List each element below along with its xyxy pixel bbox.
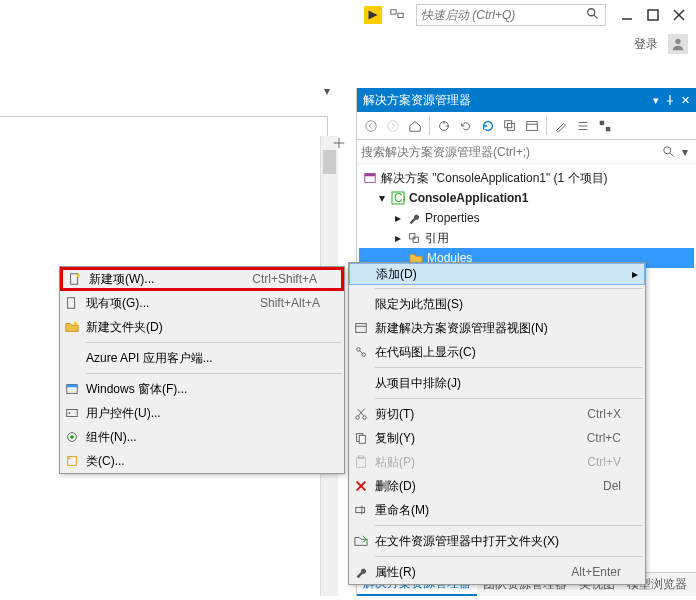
panel-header[interactable]: 解决方案资源管理器 ▾ ✕ <box>357 88 696 112</box>
svg-rect-54 <box>67 410 78 417</box>
menu-add[interactable]: 添加(D) ▸ <box>349 263 645 285</box>
menu-properties[interactable]: 属性(R) Alt+Enter <box>349 560 645 584</box>
menu-class[interactable]: 类(C)... <box>60 449 344 473</box>
svg-point-23 <box>664 146 671 153</box>
existing-item-icon <box>60 296 84 310</box>
chevron-down-icon[interactable]: ▾ <box>678 145 692 159</box>
map-icon <box>349 345 373 359</box>
feedback-icon[interactable] <box>388 6 406 24</box>
svg-line-3 <box>594 15 598 19</box>
tree-solution[interactable]: 解决方案 "ConsoleApplication1" (1 个项目) <box>359 168 694 188</box>
svg-line-38 <box>358 409 364 416</box>
menu-rename[interactable]: 重命名(M) <box>349 498 645 522</box>
svg-rect-21 <box>600 120 604 124</box>
refresh-button[interactable] <box>478 116 498 136</box>
properties-label: Properties <box>425 211 480 225</box>
notification-marker[interactable] <box>364 6 382 24</box>
pin-icon[interactable] <box>665 95 675 105</box>
window-icon <box>349 321 373 335</box>
dropdown-icon[interactable]: ▾ <box>320 84 334 98</box>
maximize-button[interactable] <box>642 4 664 26</box>
preview-button[interactable] <box>573 116 593 136</box>
menu-existing-item[interactable]: 现有项(G)... Shift+Alt+A <box>60 291 344 315</box>
svg-rect-41 <box>359 435 365 443</box>
svg-rect-5 <box>648 10 658 20</box>
quick-launch-box[interactable] <box>416 4 606 26</box>
delete-icon <box>349 479 373 493</box>
menu-code-map[interactable]: 在代码图上显示(C) <box>349 340 645 364</box>
project-label: ConsoleApplication1 <box>409 191 528 205</box>
submenu-arrow-icon: ▸ <box>632 267 638 281</box>
expander-icon[interactable]: ▸ <box>393 233 403 243</box>
menu-exclude[interactable]: 从项目中排除(J) <box>349 371 645 395</box>
forward-button[interactable] <box>383 116 403 136</box>
svg-rect-16 <box>527 121 538 130</box>
svg-rect-22 <box>606 126 610 130</box>
references-icon <box>407 231 421 245</box>
panel-close-icon[interactable]: ✕ <box>681 94 690 107</box>
properties-button[interactable] <box>551 116 571 136</box>
svg-rect-46 <box>356 507 365 512</box>
svg-point-37 <box>363 416 367 420</box>
references-label: 引用 <box>425 230 449 247</box>
expander-icon[interactable]: ▸ <box>393 213 403 223</box>
login-link[interactable]: 登录 <box>634 36 658 53</box>
avatar-icon[interactable] <box>668 34 688 54</box>
svg-point-36 <box>356 416 360 420</box>
menu-cut[interactable]: 剪切(T) Ctrl+X <box>349 402 645 426</box>
menu-separator <box>375 367 643 368</box>
new-item-icon <box>63 272 87 286</box>
svg-line-24 <box>670 152 674 156</box>
menu-scope[interactable]: 限定为此范围(S) <box>349 292 645 316</box>
sync-button[interactable] <box>434 116 454 136</box>
editor-tab-strip <box>0 116 328 138</box>
svg-point-11 <box>366 120 377 131</box>
menu-separator <box>375 398 643 399</box>
form-icon <box>60 382 84 396</box>
panel-menu-icon[interactable]: ▾ <box>653 94 659 107</box>
menu-open-folder[interactable]: 在文件资源管理器中打开文件夹(X) <box>349 529 645 553</box>
class-icon <box>60 454 84 468</box>
menu-separator <box>375 556 643 557</box>
menu-new-view[interactable]: 新建解决方案资源管理器视图(N) <box>349 316 645 340</box>
svg-point-51 <box>74 322 78 326</box>
menu-windows-form[interactable]: Windows 窗体(F)... <box>60 377 344 401</box>
undo-button[interactable] <box>456 116 476 136</box>
svg-rect-30 <box>413 237 418 242</box>
view-button[interactable] <box>595 116 615 136</box>
menu-separator <box>375 525 643 526</box>
menu-user-control[interactable]: 用户控件(U)... <box>60 401 344 425</box>
paste-icon <box>349 455 373 469</box>
cut-icon <box>349 407 373 421</box>
svg-point-49 <box>77 274 81 278</box>
menu-new-folder[interactable]: 新建文件夹(D) <box>60 315 344 339</box>
tree-project[interactable]: ▾ C# ConsoleApplication1 <box>359 188 694 208</box>
svg-rect-31 <box>356 324 367 333</box>
search-row[interactable]: ▾ <box>357 140 696 164</box>
back-button[interactable] <box>361 116 381 136</box>
expand-icon[interactable] <box>332 136 346 150</box>
quick-launch-input[interactable] <box>417 8 586 22</box>
menu-copy[interactable]: 复制(Y) Ctrl+C <box>349 426 645 450</box>
menu-paste: 粘贴(P) Ctrl+V <box>349 450 645 474</box>
expander-icon[interactable]: ▾ <box>377 193 387 203</box>
menu-azure[interactable]: Azure API 应用客户端... <box>60 346 344 370</box>
scrollbar-thumb[interactable] <box>323 150 336 174</box>
add-submenu: 新建项(W)... Ctrl+Shift+A 现有项(G)... Shift+A… <box>59 266 345 474</box>
tree-references[interactable]: ▸ 引用 <box>359 228 694 248</box>
close-button[interactable] <box>668 4 690 26</box>
component-icon <box>60 430 84 444</box>
search-input[interactable] <box>361 145 662 159</box>
tree-properties[interactable]: ▸ Properties <box>359 208 694 228</box>
menu-delete[interactable]: 删除(D) Del <box>349 474 645 498</box>
collapse-all-button[interactable] <box>500 116 520 136</box>
svg-point-12 <box>388 120 399 131</box>
menu-new-item[interactable]: 新建项(W)... Ctrl+Shift+A <box>60 267 344 291</box>
solution-tree[interactable]: 解决方案 "ConsoleApplication1" (1 个项目) ▾ C# … <box>357 164 696 272</box>
solution-icon <box>363 171 377 185</box>
show-all-button[interactable] <box>522 116 542 136</box>
menu-component[interactable]: 组件(N)... <box>60 425 344 449</box>
home-button[interactable] <box>405 116 425 136</box>
minimize-button[interactable] <box>616 4 638 26</box>
svg-rect-0 <box>391 10 396 14</box>
